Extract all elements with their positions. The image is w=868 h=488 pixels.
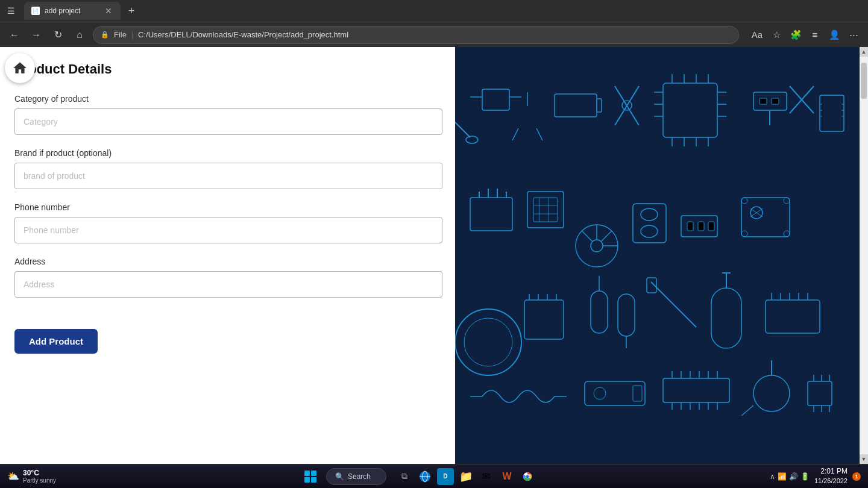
battery-icon[interactable]: 🔋	[800, 472, 810, 481]
browser-taskbar-icon[interactable]	[417, 468, 433, 485]
clock-time: 2:01 PM	[814, 466, 848, 477]
weather-widget[interactable]: ⛅ 30°C Partly sunny	[7, 469, 56, 484]
address-label: Address	[14, 257, 441, 266]
page-scrollbar[interactable]: ▲ ▼	[860, 47, 868, 464]
svg-point-96	[784, 231, 790, 237]
brand-label: Brand if product (optional)	[14, 148, 441, 158]
svg-rect-54	[772, 98, 779, 104]
svg-point-93	[741, 198, 747, 204]
tab-title: add project	[45, 7, 80, 15]
address-path: C:/Users/DELL/Downloads/E-waste/Project/…	[138, 30, 348, 39]
notification-badge[interactable]: 1	[852, 472, 861, 481]
svg-point-24	[466, 136, 478, 143]
svg-point-152	[526, 475, 529, 478]
phone-input[interactable]	[14, 217, 442, 243]
new-tab-btn[interactable]: +	[123, 2, 140, 19]
read-aloud-btn[interactable]: Aa	[749, 27, 766, 43]
svg-point-95	[741, 231, 747, 237]
svg-point-123	[594, 387, 606, 399]
profile-btn[interactable]: 👤	[826, 27, 843, 43]
taskbar-search-btn[interactable]: 🔍 Search	[326, 468, 386, 485]
svg-point-83	[641, 208, 658, 221]
product-form-panel: Product Details Category of product Bran…	[0, 47, 455, 464]
home-button[interactable]	[5, 53, 35, 83]
svg-rect-71	[533, 198, 558, 222]
svg-line-108	[651, 282, 696, 327]
svg-rect-58	[820, 95, 844, 131]
scroll-thumb[interactable]	[861, 63, 867, 99]
category-label: Category of product	[14, 94, 441, 104]
category-input[interactable]	[14, 108, 442, 135]
start-button[interactable]	[300, 466, 321, 487]
collections-btn[interactable]: ≡	[807, 27, 823, 43]
svg-point-98	[464, 318, 512, 366]
add-product-button[interactable]: Add Product	[14, 329, 98, 354]
browser-sidebar-btn[interactable]: ☰	[5, 5, 17, 17]
svg-rect-65	[470, 198, 512, 231]
search-icon: 🔍	[335, 472, 344, 481]
scroll-track[interactable]	[860, 57, 868, 454]
svg-point-137	[753, 375, 790, 411]
svg-rect-52	[753, 92, 787, 110]
task-view-btn[interactable]: ⧉	[396, 468, 413, 485]
more-btn[interactable]: ⋯	[845, 27, 862, 43]
phone-field-group: Phone number	[14, 202, 441, 243]
svg-rect-32	[555, 94, 597, 117]
network-icon[interactable]: 📶	[778, 472, 787, 481]
svg-rect-140	[808, 381, 832, 405]
forward-btn[interactable]: →	[28, 27, 45, 43]
svg-point-94	[784, 198, 790, 204]
address-protocol: File	[114, 30, 127, 39]
svg-rect-37	[663, 83, 717, 137]
mail-icon[interactable]: ✉	[478, 468, 495, 485]
address-separator: |	[131, 31, 133, 39]
svg-rect-106	[618, 294, 635, 336]
svg-rect-113	[766, 300, 820, 333]
svg-rect-110	[711, 288, 741, 348]
weather-temp: 30°C	[23, 469, 56, 477]
chevron-up-icon[interactable]: ∧	[770, 472, 775, 481]
svg-rect-25	[482, 89, 509, 110]
address-bar[interactable]: 🔒 File | C:/Users/DELL/Downloads/E-waste…	[93, 26, 739, 44]
lock-icon: 🔒	[101, 31, 109, 39]
brand-field-group: Brand if product (optional)	[14, 148, 441, 189]
office-icon[interactable]: W	[498, 468, 515, 485]
home-btn[interactable]: ⌂	[71, 27, 88, 43]
address-field-group: Address	[14, 257, 441, 298]
svg-rect-86	[687, 222, 693, 231]
svg-rect-89	[741, 198, 790, 237]
file-explorer-icon[interactable]: 📁	[458, 468, 474, 485]
svg-rect-124	[663, 378, 729, 402]
chrome-icon[interactable]	[519, 468, 536, 485]
tab-favicon: 📄	[31, 7, 40, 15]
active-tab[interactable]: 📄 add project ✕	[24, 2, 121, 20]
svg-rect-53	[760, 98, 767, 104]
clock-date: 11/26/2022	[814, 477, 848, 486]
windows-icon	[304, 471, 316, 483]
category-field-group: Category of product	[14, 94, 441, 135]
taskbar-clock[interactable]: 2:01 PM 11/26/2022	[814, 466, 848, 486]
taskbar: ⛅ 30°C Partly sunny 🔍 Search ⧉	[0, 464, 868, 488]
back-btn[interactable]: ←	[6, 27, 23, 43]
extensions-btn[interactable]: 🧩	[787, 27, 804, 43]
svg-line-30	[512, 128, 518, 140]
svg-rect-33	[597, 99, 602, 112]
refresh-btn[interactable]: ↻	[49, 27, 66, 43]
address-input[interactable]	[14, 271, 442, 298]
weather-icon: ⛅	[7, 471, 19, 482]
weather-desc: Partly sunny	[23, 477, 56, 484]
svg-rect-122	[633, 386, 642, 401]
svg-line-81	[582, 231, 593, 242]
svg-rect-88	[708, 222, 714, 231]
scroll-up-arrow[interactable]: ▲	[860, 47, 868, 57]
brand-input[interactable]	[14, 163, 442, 189]
svg-line-31	[536, 128, 542, 140]
svg-point-97	[455, 309, 521, 375]
favorites-btn[interactable]: ☆	[768, 27, 785, 43]
tab-close-btn[interactable]: ✕	[104, 6, 113, 16]
dell-icon[interactable]: D	[437, 468, 454, 485]
svg-line-80	[601, 231, 611, 242]
form-title: Product Details	[14, 61, 441, 77]
speaker-icon[interactable]: 🔊	[789, 472, 798, 481]
scroll-down-arrow[interactable]: ▼	[860, 454, 868, 464]
